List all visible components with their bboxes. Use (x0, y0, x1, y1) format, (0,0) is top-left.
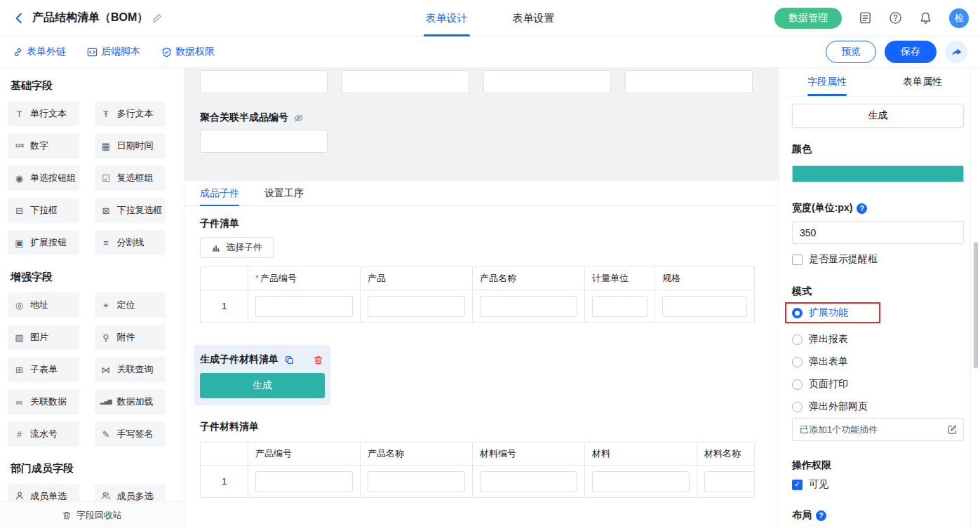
sidebar-field-radio-group[interactable]: ◉单选按钮组 (8, 165, 79, 191)
color-swatch[interactable] (792, 165, 964, 182)
sidebar-field-multiline-text[interactable]: Ŧ多行文本 (95, 101, 166, 126)
visible-checkbox[interactable] (792, 480, 803, 490)
layout-help-icon[interactable] (816, 510, 826, 521)
tab-field-properties[interactable]: 字段属性 (779, 68, 875, 96)
edit-title-icon[interactable] (152, 13, 162, 23)
button-text-preview[interactable]: 生成 (792, 104, 964, 128)
eye-off-icon[interactable] (293, 113, 304, 123)
permission-label: 操作权限 (792, 459, 964, 472)
tab-form-properties[interactable]: 表单属性 (875, 68, 970, 96)
sidebar-field-linked-data[interactable]: ∞关联数据 (8, 389, 79, 414)
sidebar-field-serial-number[interactable]: #流水号 (8, 421, 79, 447)
back-button[interactable] (11, 11, 27, 26)
sidebar-field-divider[interactable]: ≡分割线 (95, 230, 166, 255)
edit-plugin-icon[interactable] (947, 424, 958, 435)
mode-option-label: 扩展功能 (809, 306, 848, 319)
sidebar-field-subform[interactable]: ⊞子表单 (8, 357, 79, 382)
sidebar-field-datetime[interactable]: ▦日期时间 (95, 133, 166, 158)
user-avatar[interactable]: 检 (949, 8, 969, 28)
radio-icon[interactable] (792, 379, 803, 390)
checkbox-group-icon: ☑ (100, 174, 112, 183)
sidebar-field-linked-query[interactable]: ⋈关联查询 (95, 357, 166, 382)
cell-input[interactable] (255, 296, 353, 317)
reminder-checkbox-row[interactable]: 是否显示提醒框 (792, 253, 964, 266)
subparts-table: *产品编号 产品 产品名称 计量单位 规格 1 (200, 266, 755, 323)
delete-field-icon[interactable] (313, 355, 323, 365)
cell-input[interactable] (368, 471, 465, 492)
link-label: 后端脚本 (101, 46, 140, 58)
copy-field-icon[interactable] (284, 355, 295, 365)
mode-option-popup-external-page[interactable]: 弹出外部网页 (792, 400, 964, 413)
radio-selected-icon[interactable] (792, 308, 803, 318)
radio-icon[interactable] (792, 402, 803, 412)
plugin-field[interactable]: 已添加1个功能插件 (792, 418, 964, 441)
required-mark: * (255, 273, 259, 283)
mode-option-popup-report[interactable]: 弹出报表 (792, 333, 964, 346)
selected-field-block[interactable]: 生成子件材料清单 生成 (194, 345, 330, 405)
width-input[interactable] (792, 221, 964, 244)
tab-finished-subparts[interactable]: 成品子件 (200, 181, 239, 205)
mode-option-page-print[interactable]: 页面打印 (792, 378, 964, 391)
save-button[interactable]: 保存 (885, 41, 937, 63)
cell-input[interactable] (368, 296, 465, 317)
sidebar-field-location[interactable]: ⌖定位 (95, 292, 166, 318)
aggregate-field-input[interactable] (200, 130, 328, 153)
cell-input[interactable] (480, 296, 577, 317)
form-canvas: 聚合关联半成品编号 成品子件 设置工序 子件清单 选择子件 (184, 68, 779, 528)
form-field-input[interactable] (200, 70, 328, 93)
sidebar-field-image[interactable]: ▨图片 (8, 325, 79, 350)
form-field-input[interactable] (625, 70, 753, 93)
column-header: 产品名称 (361, 442, 473, 466)
data-permission-link[interactable]: 数据权限 (161, 46, 215, 58)
width-help-icon[interactable] (857, 203, 867, 214)
form-external-link[interactable]: 表单外链 (13, 46, 66, 58)
divider-icon: ≡ (100, 238, 112, 248)
sidebar-field-data-load[interactable]: ▂▄▆数据加载 (95, 389, 166, 414)
sidebar-field-dropdown[interactable]: ⊟下拉框 (8, 198, 79, 223)
sidebar-field-extend-button[interactable]: ▣扩展按钮 (8, 230, 79, 255)
cell-input[interactable] (704, 471, 755, 492)
help-icon[interactable] (889, 11, 902, 25)
generate-button[interactable]: 生成 (200, 373, 325, 398)
select-subparts-button[interactable]: 选择子件 (200, 237, 274, 258)
feedback-icon[interactable] (859, 11, 872, 25)
sidebar-field-number[interactable]: 123数字 (8, 133, 79, 158)
code-icon (87, 47, 98, 57)
preview-button[interactable]: 预览 (826, 41, 876, 63)
backend-script-link[interactable]: 后端脚本 (87, 46, 140, 58)
subform-icon: ⊞ (13, 365, 25, 374)
sidebar-field-address[interactable]: ◎地址 (8, 292, 79, 318)
cell-input[interactable] (662, 296, 747, 317)
mode-option-label: 弹出外部网页 (809, 400, 868, 413)
scrollbar-thumb[interactable] (974, 242, 978, 368)
form-field-input[interactable] (483, 70, 611, 93)
data-manage-button[interactable]: 数据管理 (774, 8, 842, 29)
reminder-checkbox[interactable] (792, 255, 803, 265)
share-button[interactable] (945, 41, 967, 63)
cell-input[interactable] (480, 471, 577, 492)
mode-option-extend-highlighted[interactable]: 扩展功能 (785, 302, 880, 323)
radio-icon[interactable] (792, 357, 803, 367)
sidebar-field-dropdown-multiselect[interactable]: ⊠下拉复选框 (95, 198, 166, 223)
tab-form-settings[interactable]: 表单设置 (513, 0, 555, 36)
cell-input[interactable] (255, 471, 353, 492)
cell-input[interactable] (592, 296, 647, 317)
radio-group-icon: ◉ (13, 174, 25, 183)
mode-option-popup-form[interactable]: 弹出表单 (792, 356, 964, 368)
field-recycle-bin[interactable]: 字段回收站 (0, 501, 184, 528)
sidebar-field-attachment[interactable]: ⚲附件 (95, 325, 166, 350)
table-row: 1 (201, 466, 755, 498)
radio-icon[interactable] (792, 334, 803, 345)
materials-table: 产品编号 产品名称 材料编号 材料 材料名称 1 (200, 442, 755, 498)
tab-process-setup[interactable]: 设置工序 (264, 181, 304, 205)
sidebar-field-single-line-text[interactable]: T单行文本 (8, 101, 79, 126)
notification-bell-icon[interactable] (919, 11, 932, 25)
sidebar-field-signature[interactable]: ✎手写签名 (95, 421, 166, 447)
form-field-input[interactable] (342, 70, 469, 93)
cell-input[interactable] (592, 471, 690, 492)
column-header: 材料 (585, 442, 697, 466)
visible-label: 可见 (809, 478, 828, 491)
visible-checkbox-row[interactable]: 可见 (792, 478, 964, 491)
tab-form-design[interactable]: 表单设计 (426, 0, 468, 36)
sidebar-field-checkbox-group[interactable]: ☑复选框组 (95, 165, 166, 191)
